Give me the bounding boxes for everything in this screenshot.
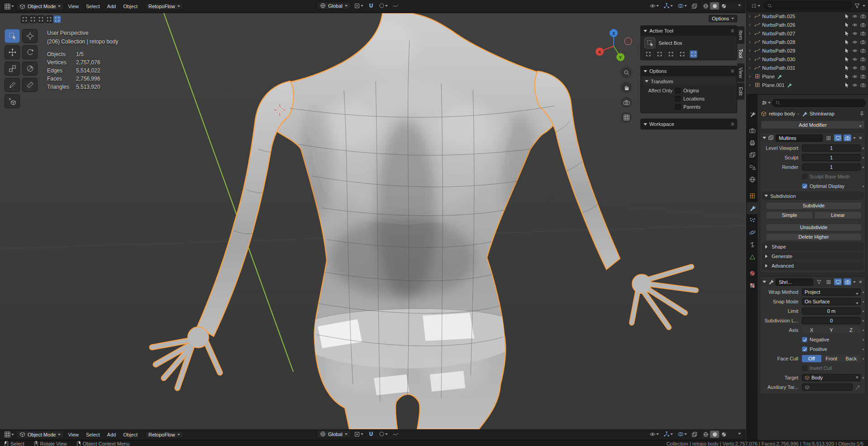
tool-scale[interactable] bbox=[5, 62, 20, 76]
target-field[interactable]: Body× bbox=[802, 374, 861, 381]
animate-dot[interactable] bbox=[863, 330, 864, 331]
render-visibility-icon[interactable] bbox=[860, 57, 866, 62]
camera-view-button[interactable] bbox=[621, 97, 632, 108]
animate-dot[interactable] bbox=[863, 349, 864, 350]
tab-edit[interactable]: Edit bbox=[737, 83, 744, 100]
editor-type-button-bottom[interactable] bbox=[3, 431, 15, 438]
wrap-method-select[interactable]: Project bbox=[802, 288, 861, 296]
generate-subheader[interactable]: Generate bbox=[762, 252, 863, 260]
selectable-icon[interactable] bbox=[844, 39, 849, 45]
select-mode-extend[interactable] bbox=[656, 50, 663, 58]
sculpt-field[interactable]: 1 bbox=[802, 154, 861, 161]
mode-dropdown[interactable]: Object Mode bbox=[16, 3, 64, 10]
workspace-header[interactable]: Workspace≡ bbox=[641, 119, 737, 129]
active-tool-select-box[interactable]: Select Box bbox=[641, 36, 737, 50]
tool-cursor[interactable] bbox=[22, 29, 38, 43]
outliner-editor-type-button[interactable] bbox=[749, 2, 762, 10]
selectable-icon[interactable] bbox=[844, 22, 849, 28]
animate-dot[interactable] bbox=[863, 320, 864, 321]
tab-constraint-properties[interactable] bbox=[747, 239, 758, 251]
overlays-toggle-bottom[interactable] bbox=[676, 431, 688, 438]
selectable-icon[interactable] bbox=[844, 74, 849, 79]
multires-name-field[interactable]: Multires bbox=[776, 134, 823, 142]
face-cull-back-button[interactable]: Back bbox=[841, 355, 861, 362]
render-visibility-icon[interactable] bbox=[860, 48, 866, 53]
shading-wireframe[interactable] bbox=[701, 2, 710, 10]
tab-object-data-properties[interactable] bbox=[747, 251, 758, 263]
overlays-toggle[interactable] bbox=[676, 2, 688, 10]
hide-icon[interactable] bbox=[852, 48, 858, 53]
breadcrumb-object[interactable]: retopo body bbox=[769, 111, 795, 116]
eyedropper-icon[interactable] bbox=[855, 384, 861, 390]
face-cull-front-button[interactable]: Front bbox=[822, 355, 841, 362]
outliner-row[interactable]: ›NurbsPath.031 bbox=[747, 63, 868, 72]
outliner-row[interactable]: ›NurbsPath.027 bbox=[747, 29, 868, 38]
clear-target-icon[interactable]: × bbox=[856, 374, 858, 380]
locations-checkbox[interactable] bbox=[675, 96, 681, 101]
render-toggle[interactable] bbox=[844, 134, 851, 141]
axis-y-button[interactable]: Y bbox=[822, 326, 841, 334]
proportional-falloff-icon-bottom[interactable] bbox=[391, 431, 400, 438]
outliner-row[interactable]: ›NurbsPath.026 bbox=[747, 20, 868, 29]
proportional-falloff-icon[interactable] bbox=[391, 2, 400, 10]
selectable-icon[interactable] bbox=[844, 82, 849, 88]
animate-dot[interactable] bbox=[863, 157, 864, 158]
outliner-row[interactable]: ›NurbsPath.030 bbox=[747, 55, 868, 63]
gizmos-toggle-bottom[interactable] bbox=[662, 431, 674, 438]
tab-view[interactable]: View bbox=[737, 63, 744, 82]
advanced-subheader[interactable]: Advanced bbox=[762, 261, 863, 270]
retopoflow-menu[interactable]: RetopoFlow bbox=[145, 3, 183, 10]
render-visibility-icon[interactable] bbox=[860, 22, 866, 28]
modifier-extras-caret[interactable] bbox=[853, 281, 856, 284]
xray-toggle[interactable] bbox=[690, 3, 699, 10]
outliner-row[interactable]: ›NurbsPath.025 bbox=[747, 12, 868, 20]
proportional-edit-toggle[interactable] bbox=[377, 2, 389, 9]
navigation-gizmo[interactable]: Z X Y bbox=[594, 27, 634, 66]
mode-dropdown-bottom[interactable]: Object Mode bbox=[16, 431, 64, 438]
hide-icon[interactable] bbox=[852, 82, 858, 88]
render-visibility-icon[interactable] bbox=[860, 14, 866, 19]
axis-z-button[interactable]: Z bbox=[841, 326, 861, 334]
tab-tool[interactable]: Tool bbox=[737, 45, 744, 62]
tab-modifier-properties[interactable] bbox=[747, 202, 758, 214]
shape-subheader[interactable]: Shape bbox=[762, 242, 863, 251]
face-cull-off-button[interactable]: Off bbox=[802, 355, 821, 362]
select-mode-intersect[interactable] bbox=[53, 15, 61, 23]
selectable-icon[interactable] bbox=[844, 31, 849, 36]
render-visibility-icon[interactable] bbox=[860, 82, 866, 88]
menu-view-bottom[interactable]: View bbox=[65, 431, 82, 438]
menu-view[interactable]: View bbox=[65, 3, 82, 10]
menu-select[interactable]: Select bbox=[83, 3, 103, 10]
multires-header[interactable]: Multires × bbox=[760, 133, 865, 143]
properties-search-input[interactable] bbox=[772, 99, 866, 107]
tab-view-layer-properties[interactable] bbox=[747, 149, 758, 161]
menu-add-bottom[interactable]: Add bbox=[104, 431, 119, 438]
close-modifier-icon[interactable]: × bbox=[858, 278, 863, 285]
render-visibility-icon[interactable] bbox=[860, 39, 866, 45]
outliner-search-input[interactable] bbox=[764, 2, 852, 10]
snap-target-dropdown-bottom[interactable] bbox=[353, 431, 365, 438]
animate-dot[interactable] bbox=[863, 377, 864, 379]
panel-menu-icon[interactable]: ≡ bbox=[731, 121, 734, 127]
modifier-extras-caret[interactable] bbox=[853, 137, 856, 140]
render-visibility-icon[interactable] bbox=[860, 31, 866, 36]
outliner-row[interactable]: ›NurbsPath.029 bbox=[747, 46, 868, 55]
realtime-display-toggle[interactable] bbox=[834, 134, 842, 141]
tab-object-properties[interactable] bbox=[747, 190, 758, 202]
gizmos-toggle[interactable] bbox=[662, 2, 674, 10]
animate-dot[interactable] bbox=[863, 301, 864, 302]
snap-magnet-toggle-bottom[interactable] bbox=[367, 431, 376, 438]
hide-icon[interactable] bbox=[852, 74, 858, 79]
tab-item[interactable]: Item bbox=[737, 26, 744, 44]
positive-checkbox[interactable] bbox=[802, 346, 807, 352]
xray-toggle-bottom[interactable] bbox=[690, 431, 699, 438]
shading-rendered-bottom[interactable] bbox=[728, 431, 737, 438]
tab-material-properties[interactable] bbox=[747, 267, 758, 279]
vertex-group-toggle[interactable] bbox=[815, 278, 823, 285]
shading-solid-bottom[interactable] bbox=[710, 431, 719, 438]
render-toggle[interactable] bbox=[844, 278, 851, 285]
tool-annotate[interactable] bbox=[5, 78, 20, 92]
options-header[interactable]: Options≡ bbox=[641, 66, 737, 76]
realtime-display-toggle[interactable] bbox=[834, 278, 842, 285]
tab-scene-properties[interactable] bbox=[747, 161, 758, 173]
